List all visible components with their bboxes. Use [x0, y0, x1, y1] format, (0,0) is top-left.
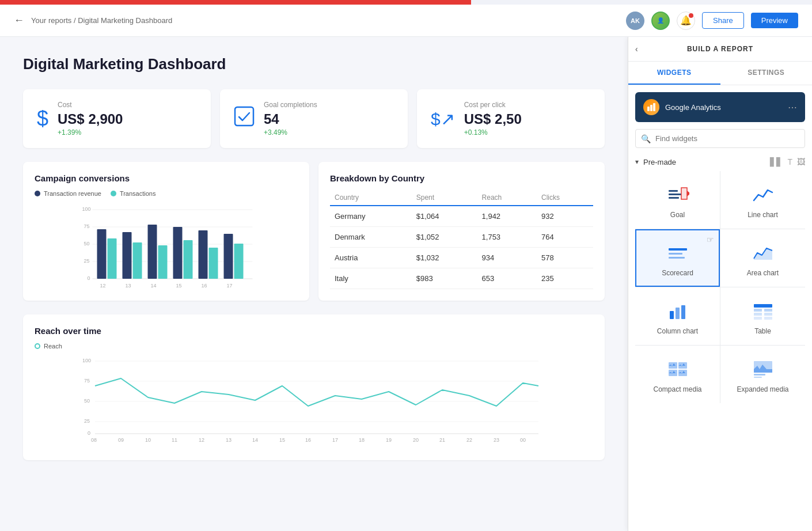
widget-area-chart[interactable]: Area chart	[720, 229, 805, 287]
goal-widget-label: Goal	[670, 211, 685, 219]
svg-text:100: 100	[82, 206, 91, 212]
svg-text:20: 20	[413, 437, 419, 443]
table-row: Denmark $1,052 1,753 764	[330, 227, 593, 248]
svg-rect-73	[754, 313, 762, 316]
cell-country: Austria	[330, 248, 412, 268]
area-chart-widget-label: Area chart	[747, 269, 779, 277]
country-table-title: Breakdown by Country	[330, 173, 593, 183]
svg-text:14: 14	[252, 437, 258, 443]
svg-text:22: 22	[466, 437, 472, 443]
goal-widget-icon	[666, 183, 689, 206]
cell-country: Italy	[330, 268, 412, 289]
svg-text:25: 25	[84, 258, 90, 264]
campaign-chart-card: Campaign conversions Transaction revenue…	[23, 162, 309, 301]
cost-icon: $	[37, 107, 48, 131]
panel-title: BUILD A REPORT	[687, 45, 753, 53]
text-icon[interactable]: T	[787, 157, 792, 166]
preview-button[interactable]: Preview	[751, 13, 798, 28]
widget-table[interactable]: Table	[720, 287, 805, 345]
google-analytics-item[interactable]: Google Analytics ⋯	[635, 92, 805, 122]
charts-row: Campaign conversions Transaction revenue…	[23, 162, 605, 301]
cell-reach: 653	[477, 268, 537, 289]
cell-country: Denmark	[330, 227, 412, 248]
svg-rect-0	[235, 107, 253, 126]
reach-chart-card: Reach over time Reach 100 75 50 25 0	[23, 314, 605, 460]
cell-country: Germany	[330, 206, 412, 227]
bar-chart-svg: 100 75 50 25 0	[35, 204, 298, 290]
svg-text:19: 19	[386, 437, 392, 443]
svg-rect-22	[234, 244, 244, 279]
tab-settings[interactable]: SETTINGS	[720, 62, 813, 85]
panel-tabs: WIDGETS SETTINGS	[628, 62, 812, 85]
widgets-grid: Goal Line chart ☞ Scorecard	[635, 171, 805, 403]
widget-line-chart[interactable]: Line chart	[720, 171, 805, 229]
reach-chart-title: Reach over time	[35, 326, 593, 336]
share-button[interactable]: Share	[702, 12, 744, 29]
area-chart-widget-icon	[752, 241, 775, 264]
widget-compact-media[interactable]: Compact media	[635, 346, 720, 403]
bar-icon[interactable]: ▋▋	[770, 157, 783, 166]
sidebar-panel: ‹ BUILD A REPORT WIDGETS SETTINGS Google…	[628, 37, 812, 531]
expanded-media-widget-icon	[752, 358, 775, 381]
svg-text:08: 08	[91, 437, 97, 443]
metric-card-cpc: $↗ Cost per click US$ 2,50 +0.13%	[417, 89, 605, 148]
notification-button[interactable]: 🔔	[677, 12, 695, 30]
col-country: Country	[330, 190, 412, 206]
top-bar	[0, 0, 812, 5]
widget-column-chart[interactable]: Column chart	[635, 287, 720, 345]
goal-icon	[234, 106, 255, 131]
cell-spent: $1,052	[412, 227, 477, 248]
premade-toggle[interactable]: ▾	[635, 158, 639, 166]
reach-legend-label: Reach	[44, 343, 62, 350]
svg-text:12: 12	[199, 437, 204, 443]
cell-reach: 934	[477, 248, 537, 268]
cell-spent: $1,032	[412, 248, 477, 268]
column-chart-widget-icon	[666, 299, 689, 323]
svg-rect-68	[676, 308, 680, 319]
svg-rect-57	[650, 105, 652, 111]
line-chart-widget-label: Line chart	[748, 211, 778, 219]
metric-cpc-content: Cost per click US$ 2,50 +0.13%	[464, 101, 522, 136]
svg-rect-60	[669, 194, 681, 195]
cell-spent: $1,064	[412, 206, 477, 227]
compact-media-widget-icon	[666, 358, 689, 381]
svg-text:11: 11	[172, 437, 177, 443]
svg-text:23: 23	[494, 437, 499, 443]
notification-dot	[689, 13, 693, 18]
goal-change: +3.49%	[264, 128, 317, 136]
svg-rect-20	[209, 248, 218, 279]
back-button[interactable]: ←	[14, 14, 24, 26]
tab-widgets[interactable]: WIDGETS	[628, 62, 720, 85]
image-icon[interactable]: 🖼	[797, 157, 805, 166]
svg-text:09: 09	[118, 437, 124, 443]
svg-rect-74	[764, 313, 772, 316]
ga-more-button[interactable]: ⋯	[788, 102, 797, 113]
col-spent: Spent	[412, 190, 477, 206]
compact-media-widget-label: Compact media	[653, 385, 701, 393]
svg-rect-17	[173, 227, 183, 279]
cursor-icon: ☞	[707, 235, 714, 244]
cell-reach: 1,753	[477, 227, 537, 248]
search-input[interactable]	[635, 129, 805, 148]
widget-expanded-media[interactable]: Expanded media	[720, 346, 805, 403]
svg-rect-70	[754, 304, 772, 308]
metric-cost-content: Cost US$ 2,900 +1.39%	[58, 101, 123, 136]
widget-goal[interactable]: Goal	[635, 171, 720, 229]
premade-icons: ▋▋ T 🖼	[770, 157, 805, 166]
premade-header: ▾ Pre-made ▋▋ T 🖼	[628, 153, 812, 171]
col-reach: Reach	[477, 190, 537, 206]
svg-rect-75	[754, 317, 762, 320]
svg-text:17: 17	[226, 283, 232, 289]
svg-rect-58	[653, 103, 655, 111]
svg-rect-62	[681, 188, 687, 199]
svg-rect-82	[754, 374, 765, 376]
cell-clicks: 932	[537, 206, 593, 227]
page-title: Digital Marketing Dashboard	[23, 55, 605, 73]
country-table: Country Spent Reach Clicks Germany $1,06…	[330, 190, 593, 289]
legend-label-transactions: Transactions	[120, 190, 156, 197]
panel-collapse-button[interactable]: ‹	[635, 44, 638, 54]
scorecard-widget-label: Scorecard	[662, 269, 693, 277]
svg-rect-19	[199, 230, 208, 279]
cell-clicks: 764	[537, 227, 593, 248]
widget-scorecard[interactable]: ☞ Scorecard	[635, 229, 720, 287]
